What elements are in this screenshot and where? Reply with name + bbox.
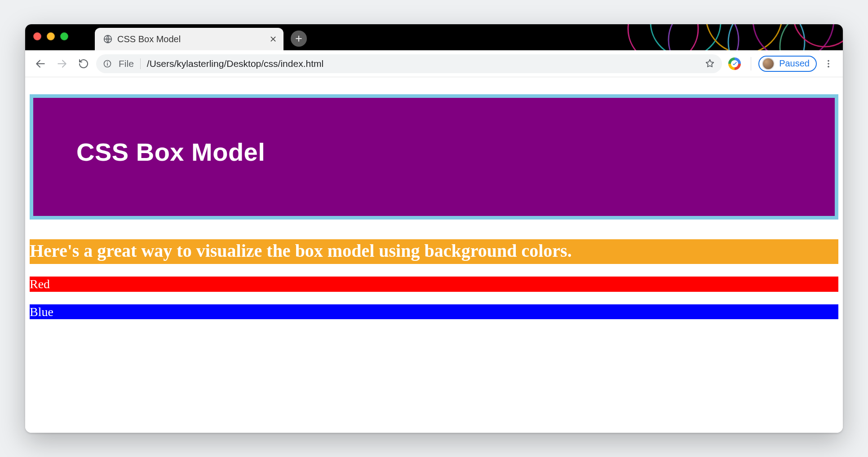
titlebar: CSS Box Model bbox=[25, 24, 843, 50]
profile-status: Paused bbox=[779, 58, 810, 69]
toolbar-separator bbox=[751, 57, 751, 70]
paragraph-red: Red bbox=[30, 277, 838, 292]
close-window-button[interactable] bbox=[33, 32, 41, 40]
info-icon[interactable] bbox=[102, 59, 112, 69]
svg-point-2 bbox=[669, 24, 739, 50]
profile-chip[interactable]: Paused bbox=[758, 56, 817, 72]
bookmark-star-icon[interactable] bbox=[705, 58, 716, 69]
url-scheme-label: File bbox=[119, 58, 134, 69]
url-path: /Users/kylasterling/Desktop/css/index.ht… bbox=[147, 58, 323, 69]
browser-window: CSS Box Model bbox=[25, 24, 843, 433]
svg-point-6 bbox=[780, 24, 843, 50]
page-viewport[interactable]: CSS Box Model Here's a great way to visu… bbox=[25, 77, 843, 433]
svg-point-3 bbox=[706, 24, 782, 50]
forward-button[interactable] bbox=[53, 55, 71, 73]
close-tab-button[interactable] bbox=[269, 35, 277, 43]
svg-point-14 bbox=[828, 66, 829, 67]
svg-point-4 bbox=[728, 24, 805, 50]
svg-point-13 bbox=[828, 63, 829, 65]
svg-point-7 bbox=[793, 24, 843, 47]
url-divider bbox=[140, 58, 141, 69]
browser-tab[interactable]: CSS Box Model bbox=[95, 28, 283, 50]
back-button[interactable] bbox=[31, 55, 49, 73]
wallpaper-spirograph bbox=[609, 24, 843, 50]
toolbar: File /Users/kylasterling/Desktop/css/ind… bbox=[25, 50, 843, 77]
paragraph-blue: Blue bbox=[30, 304, 838, 320]
globe-icon bbox=[103, 34, 113, 44]
svg-point-5 bbox=[753, 24, 834, 50]
svg-point-1 bbox=[651, 24, 721, 50]
minimize-window-button[interactable] bbox=[47, 32, 55, 40]
svg-point-11 bbox=[107, 61, 108, 62]
page-body: CSS Box Model Here's a great way to visu… bbox=[25, 94, 843, 319]
h1-box: CSS Box Model bbox=[30, 94, 838, 220]
h2-box: Here's a great way to visualize the box … bbox=[30, 239, 838, 264]
tab-title: CSS Box Model bbox=[117, 34, 265, 44]
window-controls bbox=[33, 32, 68, 40]
reload-button[interactable] bbox=[75, 55, 93, 73]
browser-menu-button[interactable] bbox=[820, 56, 837, 72]
extension-icon bbox=[728, 57, 741, 70]
address-bar[interactable]: File /Users/kylasterling/Desktop/css/ind… bbox=[96, 54, 722, 73]
svg-point-12 bbox=[828, 60, 829, 62]
svg-point-0 bbox=[628, 24, 698, 50]
extension-button[interactable] bbox=[726, 55, 744, 73]
avatar bbox=[762, 57, 775, 70]
new-tab-button[interactable] bbox=[291, 31, 307, 47]
maximize-window-button[interactable] bbox=[60, 32, 68, 40]
